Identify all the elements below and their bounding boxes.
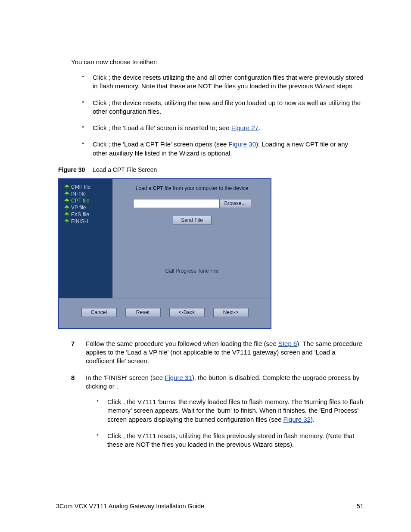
list-item: Click ; the 'Load a CPT File' screen ope… — [84, 140, 364, 158]
sidebar-item-cmp[interactable]: CMP file — [62, 184, 109, 190]
page-number: 51 — [357, 503, 364, 510]
browse-button[interactable]: Browse... — [219, 199, 251, 208]
text: and — [212, 99, 225, 106]
text: Follow the same procedure you followed w… — [86, 340, 254, 347]
text: . — [116, 383, 118, 390]
file-path-input[interactable] — [133, 199, 219, 208]
text: ; the device resets utilizing the — [109, 74, 197, 81]
step-body: Follow the same procedure you followed w… — [86, 339, 364, 366]
wizard-subheading: Call Progress Tone File — [120, 268, 264, 274]
step-number: 8 — [71, 373, 86, 458]
text: file (see — [254, 340, 278, 347]
send-file-button[interactable]: Send File — [173, 216, 212, 225]
diamond-icon — [64, 184, 69, 189]
cancel-button[interactable]: Cancel — [81, 308, 117, 317]
sub-bullet-list: Click , the V7111 'burns' the newly load… — [86, 398, 364, 449]
figure-link[interactable]: Figure 31 — [165, 374, 192, 381]
wizard-top: CMP file INI file CPT file VP file FXS f… — [59, 179, 271, 298]
text: Click — [93, 74, 109, 81]
back-button[interactable]: <-Back — [169, 308, 205, 317]
send-row: Send File — [120, 216, 264, 225]
figure-link[interactable]: Figure 30 — [229, 140, 256, 148]
text: CPT — [153, 185, 163, 191]
step-8: 8 In the 'FINISH' screen (see Figure 31)… — [71, 373, 364, 458]
text: ), the — [192, 374, 209, 381]
diamond-icon — [64, 219, 69, 224]
sidebar-item-fxs[interactable]: FXS file — [62, 211, 109, 218]
step-7: 7 Follow the same procedure you followed… — [71, 339, 364, 366]
sidebar-label: FINISH — [71, 218, 88, 224]
text: Load a — [136, 185, 153, 191]
sidebar-label: VP file — [71, 205, 86, 211]
text: file' screen is reverted to; see — [146, 124, 231, 131]
text: , the V7111 'burns' the newly loaded fil… — [107, 398, 363, 423]
sidebar-label: INI file — [71, 191, 86, 197]
diamond-icon — [64, 205, 69, 210]
sidebar-label: CPT file — [71, 198, 89, 204]
text: ). — [311, 416, 314, 423]
text: Click — [93, 140, 109, 148]
list-item: Click ; the device resets, utilizing the… — [84, 99, 364, 116]
list-item: Click ; the 'Load a file' screen is reve… — [84, 124, 364, 132]
file-row: Browse... — [120, 199, 264, 208]
text: Click — [93, 99, 109, 106]
reset-button[interactable]: Reset — [125, 308, 161, 317]
content-area: You can now choose to either: Click ; th… — [71, 58, 364, 457]
sidebar-label: CMP file — [71, 184, 90, 190]
step-body: In the 'FINISH' screen (see Figure 31), … — [86, 373, 364, 458]
figure-label: Figure 30 — [58, 166, 85, 173]
figure-title: Load a CPT File Screen — [93, 166, 157, 173]
step-link[interactable]: Step 6 — [278, 340, 297, 347]
diamond-icon — [64, 191, 69, 196]
figure-caption: Figure 30 Load a CPT File Screen — [58, 166, 364, 173]
intro-text: You can now choose to either: — [71, 58, 364, 65]
list-item: Click , the V7111 resets, utilizing the … — [99, 432, 364, 449]
page-footer: 3Com VCX V7111 Analog Gateway Installati… — [56, 503, 364, 510]
text: Click — [107, 432, 123, 439]
text: ; the 'Load a — [109, 124, 146, 131]
list-item: Click , the V7111 'burns' the newly load… — [99, 398, 364, 424]
text: file from your computer to the device — [163, 185, 248, 191]
figure-link[interactable]: Figure 32 — [283, 416, 311, 423]
text: Click — [93, 124, 109, 131]
text: . — [258, 124, 260, 131]
sidebar-item-vp[interactable]: VP file — [62, 204, 109, 211]
step-number: 7 — [71, 339, 86, 366]
wizard-nav: Cancel Reset <-Back Next-> — [59, 298, 271, 328]
numbered-steps: 7 Follow the same procedure you followed… — [71, 339, 364, 458]
document-page: You can now choose to either: Click ; th… — [0, 0, 411, 532]
wizard-main: Load a CPT file from your computer to th… — [113, 179, 271, 298]
wizard-heading: Load a CPT file from your computer to th… — [120, 185, 264, 191]
text: ; the 'Load a CPT File' screen opens (se… — [109, 140, 229, 148]
wizard-sidebar: CMP file INI file CPT file VP file FXS f… — [59, 179, 113, 298]
text: or — [109, 383, 116, 390]
diamond-icon — [64, 198, 69, 203]
next-button[interactable]: Next-> — [213, 308, 249, 317]
text: In the 'FINISH' screen (see — [86, 374, 165, 381]
sidebar-item-finish[interactable]: FINISH — [62, 218, 109, 225]
wizard-dialog: CMP file INI file CPT file VP file FXS f… — [58, 178, 271, 329]
sidebar-label: FXS file — [71, 212, 89, 218]
list-item: Click ; the device resets utilizing the … — [84, 73, 364, 91]
figure-link[interactable]: Figure 27 — [231, 124, 258, 131]
diamond-icon — [64, 212, 69, 217]
sidebar-item-cpt[interactable]: CPT file — [62, 197, 109, 204]
text: Click — [107, 398, 123, 405]
text: , the V7111 resets, utilizing the files … — [107, 432, 354, 448]
sidebar-item-ini[interactable]: INI file — [62, 190, 109, 197]
text: ; the device resets, utilizing the new — [109, 99, 212, 106]
footer-title: 3Com VCX V7111 Analog Gateway Installati… — [56, 503, 204, 510]
top-bullet-list: Click ; the device resets utilizing the … — [71, 73, 364, 158]
